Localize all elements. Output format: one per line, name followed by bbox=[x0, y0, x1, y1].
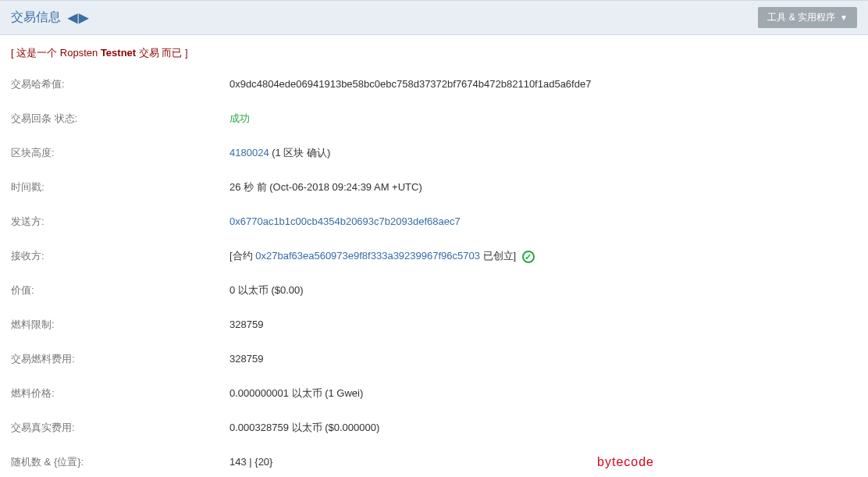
label-block: 区块高度: bbox=[11, 144, 229, 162]
block-confirmations: (1 区块 确认) bbox=[269, 147, 331, 158]
to-contract-link[interactable]: 0x27baf63ea560973e9f8f333a39239967f96c57… bbox=[255, 250, 480, 262]
to-prefix: [合约 bbox=[229, 250, 255, 262]
check-icon: ✓ bbox=[522, 251, 535, 263]
row-value: 价值: 0 以太币 ($0.00) bbox=[11, 277, 857, 304]
prev-arrow-icon[interactable]: ◀ bbox=[68, 12, 77, 24]
value-actual-cost: 0.000328759 以太币 ($0.000000) bbox=[229, 419, 857, 436]
chevron-down-icon: ▼ bbox=[840, 13, 848, 22]
label-status: 交易回条 状态: bbox=[11, 110, 229, 127]
to-suffix: 已创立] bbox=[480, 250, 516, 262]
label-gas-price: 燃料价格: bbox=[11, 385, 229, 402]
label-tx-hash: 交易哈希值: bbox=[11, 76, 229, 93]
value-tx-hash: 0x9dc4804ede06941913be58bc0ebc758d37372b… bbox=[229, 76, 857, 93]
tools-label: 工具 & 实用程序 bbox=[767, 11, 835, 24]
value-gas-limit: 328759 bbox=[229, 316, 857, 333]
label-actual-cost: 交易真实费用: bbox=[11, 419, 229, 436]
value-gas-price: 0.000000001 以太币 (1 Gwei) bbox=[229, 385, 857, 402]
value-gas-used: 328759 bbox=[229, 351, 857, 368]
label-value: 价值: bbox=[11, 282, 229, 299]
value-nonce: 143 | {20} bbox=[229, 454, 272, 471]
label-nonce: 随机数 & {位置}: bbox=[11, 454, 229, 471]
value-value: 0 以太币 ($0.00) bbox=[229, 282, 857, 299]
from-address-link[interactable]: 0x6770ac1b1c00cb4354b20693c7b2093def68ae… bbox=[229, 215, 461, 227]
row-to: 接收方: [合约 0x27baf63ea560973e9f8f333a39239… bbox=[11, 243, 857, 269]
row-gas-price: 燃料价格: 0.000000001 以太币 (1 Gwei) bbox=[11, 380, 857, 407]
label-timestamp: 时间戳: bbox=[11, 179, 229, 196]
row-from: 发送方: 0x6770ac1b1c00cb4354b20693c7b2093de… bbox=[11, 208, 857, 235]
value-status: 成功 bbox=[229, 110, 857, 127]
row-block: 区块高度: 4180024 (1 区块 确认) bbox=[11, 140, 857, 166]
page-title: 交易信息 bbox=[11, 9, 61, 26]
testnet-notice: [ 这是一个 Ropsten Testnet 交易 而已 ] bbox=[11, 46, 857, 60]
value-timestamp: 26 秒 前 (Oct-06-2018 09:24:39 AM +UTC) bbox=[229, 179, 857, 196]
next-arrow-icon[interactable]: ▶ bbox=[79, 12, 88, 24]
label-from: 发送方: bbox=[11, 213, 229, 230]
label-gas-used: 交易燃料费用: bbox=[11, 351, 229, 368]
label-to: 接收方: bbox=[11, 247, 229, 265]
row-timestamp: 时间戳: 26 秒 前 (Oct-06-2018 09:24:39 AM +UT… bbox=[11, 174, 857, 201]
page-header: 交易信息 ◀ ▶ 工具 & 实用程序 ▼ bbox=[0, 0, 868, 35]
label-gas-limit: 燃料限制: bbox=[11, 316, 229, 333]
tools-dropdown-button[interactable]: 工具 & 实用程序 ▼ bbox=[758, 7, 857, 28]
row-tx-hash: 交易哈希值: 0x9dc4804ede06941913be58bc0ebc758… bbox=[11, 71, 857, 98]
row-status: 交易回条 状态: 成功 bbox=[11, 105, 857, 132]
row-gas-limit: 燃料限制: 328759 bbox=[11, 311, 857, 338]
row-actual-cost: 交易真实费用: 0.000328759 以太币 ($0.000000) bbox=[11, 415, 857, 441]
block-link[interactable]: 4180024 bbox=[229, 147, 269, 158]
bytecode-annotation: bytecode bbox=[597, 454, 654, 471]
row-gas-used: 交易燃料费用: 328759 bbox=[11, 346, 857, 372]
row-nonce: 随机数 & {位置}: 143 | {20} bytecode bbox=[11, 449, 857, 475]
